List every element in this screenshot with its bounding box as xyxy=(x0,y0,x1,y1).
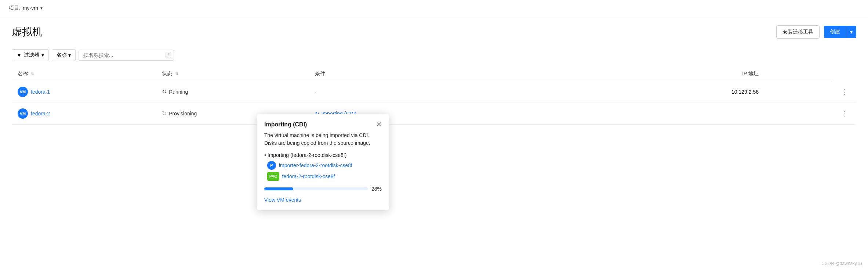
chevron-down-icon: ▾ xyxy=(850,29,853,35)
vm-badge: VM xyxy=(18,108,28,119)
search-input-wrapper: / xyxy=(79,50,174,61)
search-shortcut: / xyxy=(166,52,171,58)
popover-title: Importing (CDI) xyxy=(264,121,307,128)
col-condition: 条件 xyxy=(309,67,484,81)
table-header: 名称 ⇅ 状态 ⇅ 条件 IP 地址 xyxy=(12,67,856,81)
filter-bar: ▼ 过滤器 ▾ 名称 ▾ / xyxy=(12,49,856,61)
create-dropdown-button[interactable]: ▾ xyxy=(846,26,856,38)
status-text: Provisioning xyxy=(169,111,197,116)
create-button-group: 创建 ▾ xyxy=(824,26,856,38)
create-button[interactable]: 创建 xyxy=(824,26,846,38)
col-name: 名称 ⇅ xyxy=(12,67,156,81)
vm-condition-cell: - xyxy=(309,81,484,103)
vm-ip-cell xyxy=(484,103,832,124)
row-menu-button[interactable]: ⋮ xyxy=(838,86,850,97)
header-actions: 安装迁移工具 创建 ▾ xyxy=(776,25,856,39)
project-label-text: 项目: xyxy=(9,5,21,11)
running-icon: ↻ xyxy=(162,88,167,95)
filter-button[interactable]: ▼ 过滤器 ▾ xyxy=(12,49,49,61)
filter-icon: ▼ xyxy=(17,52,22,58)
vm-badge: VM xyxy=(18,87,28,97)
sort-icon-status[interactable]: ⇅ xyxy=(175,72,178,76)
project-selector[interactable]: 项目: my-vm ▾ xyxy=(9,5,43,11)
popover-close-button[interactable]: ✕ xyxy=(376,121,382,128)
table-row: VM fedora-1 ↻ Running - 10.129.2.56 xyxy=(12,81,856,103)
vm-table: 名称 ⇅ 状态 ⇅ 条件 IP 地址 VM xyxy=(12,67,856,125)
col-ip: IP 地址 xyxy=(484,67,832,81)
vm-name-cell: VM fedora-2 xyxy=(12,103,156,124)
vm-status-cell: ↻ Running xyxy=(156,81,309,103)
project-name: my-vm xyxy=(23,5,38,11)
top-bar: 项目: my-vm ▾ xyxy=(0,0,868,16)
condition-text: - xyxy=(315,89,317,95)
sort-icon-name[interactable]: ⇅ xyxy=(31,72,34,76)
row-menu-button[interactable]: ⋮ xyxy=(838,108,850,119)
col-status: 状态 ⇅ xyxy=(156,67,309,81)
popover-description: The virtual machine is being imported vi… xyxy=(264,132,382,133)
ip-text: 10.129.2.56 xyxy=(731,89,759,95)
table-row: VM fedora-2 ↻ Provisioning ↻ Importing (… xyxy=(12,103,856,124)
popover-header: Importing (CDI) ✕ xyxy=(264,121,382,128)
search-input[interactable] xyxy=(79,50,174,61)
page-title: 虚拟机 xyxy=(12,25,43,39)
main-content: 虚拟机 安装迁移工具 创建 ▾ ▼ 过滤器 ▾ 名称 ▾ / xyxy=(0,16,868,133)
vm-link[interactable]: fedora-1 xyxy=(31,89,50,95)
chevron-down-icon: ▾ xyxy=(40,6,43,11)
filter-label: 过滤器 xyxy=(24,52,39,58)
provisioning-icon: ↻ xyxy=(162,110,167,117)
table-body: VM fedora-1 ↻ Running - 10.129.2.56 xyxy=(12,81,856,125)
vm-ip-cell: 10.129.2.56 xyxy=(484,81,832,103)
vm-link[interactable]: fedora-2 xyxy=(31,111,50,116)
vm-name-cell: VM fedora-1 xyxy=(12,81,156,103)
install-migration-tool-button[interactable]: 安装迁移工具 xyxy=(776,25,820,39)
popover: Importing (CDI) ✕ The virtual machine is… xyxy=(257,114,389,133)
status-text: Running xyxy=(169,89,188,95)
page-header: 虚拟机 安装迁移工具 创建 ▾ xyxy=(12,25,856,39)
name-filter-button[interactable]: 名称 ▾ xyxy=(52,49,76,61)
chevron-down-icon: ▾ xyxy=(41,52,44,58)
name-filter-label: 名称 xyxy=(57,52,67,58)
chevron-down-icon: ▾ xyxy=(68,52,71,58)
